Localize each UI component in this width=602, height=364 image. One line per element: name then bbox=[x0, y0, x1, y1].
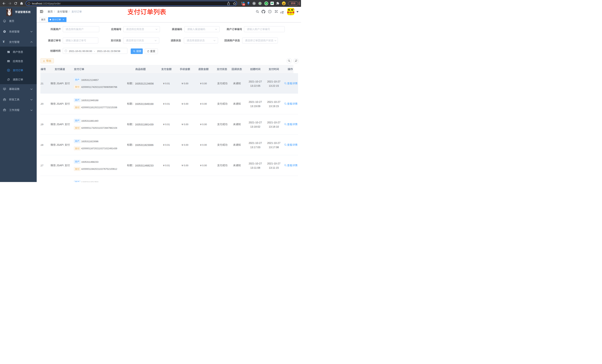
svg-text:y: y bbox=[266, 2, 267, 5]
svg-text:¥: ¥ bbox=[8, 69, 9, 71]
svg-text:⌘: ⌘ bbox=[253, 2, 255, 5]
